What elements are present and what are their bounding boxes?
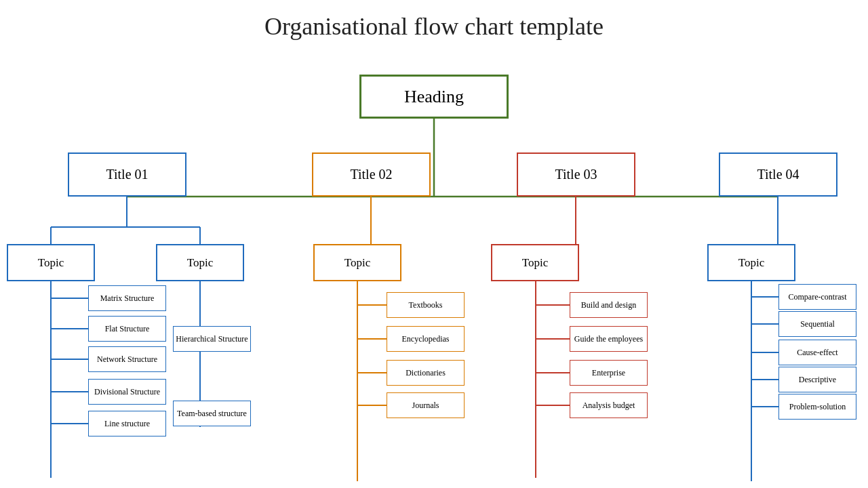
page-title: Organisational flow chart template (0, 0, 868, 47)
title-04-box: Title 04 (719, 152, 837, 197)
leaf-t1l-4: Line structure (88, 411, 166, 436)
leaf-t4-1: Sequential (778, 311, 856, 337)
leaf-t4-0: Compare-contrast (778, 284, 856, 310)
leaf-t1l-1: Flat Structure (88, 316, 166, 342)
leaf-t3-3: Analysis budget (570, 392, 648, 418)
heading-box: Heading (359, 75, 509, 119)
topic-t1-left: Topic (7, 244, 95, 281)
title-02-box: Title 02 (312, 152, 431, 197)
leaf-t2-0: Textbooks (387, 292, 465, 318)
title-01-box: Title 01 (68, 152, 186, 197)
topic-t3: Topic (491, 244, 579, 281)
topic-t2: Topic (313, 244, 401, 281)
topic-t1-right: Topic (156, 244, 244, 281)
leaf-t1r-1: Team-based structure (173, 401, 251, 426)
topic-t4: Topic (707, 244, 795, 281)
leaf-t3-2: Enterprise (570, 360, 648, 386)
leaf-t2-2: Dictionaries (387, 360, 465, 386)
leaf-t1r-0: Hierarchical Structure (173, 326, 251, 352)
leaf-t4-4: Problem-solution (778, 394, 856, 420)
leaf-t1l-3: Divisional Structure (88, 379, 166, 405)
leaf-t4-2: Cause-effect (778, 340, 856, 365)
chart-container: Heading Title 01 Title 02 Title 03 Title… (0, 47, 868, 481)
leaf-t1l-0: Matrix Structure (88, 285, 166, 311)
title-03-box: Title 03 (517, 152, 635, 197)
leaf-t3-1: Guide the employees (570, 326, 648, 352)
leaf-t3-0: Build and design (570, 292, 648, 318)
leaf-t1l-2: Network Structure (88, 346, 166, 372)
leaf-t2-1: Encyclopedias (387, 326, 465, 352)
leaf-t4-3: Descriptive (778, 367, 856, 392)
leaf-t2-3: Journals (387, 392, 465, 418)
